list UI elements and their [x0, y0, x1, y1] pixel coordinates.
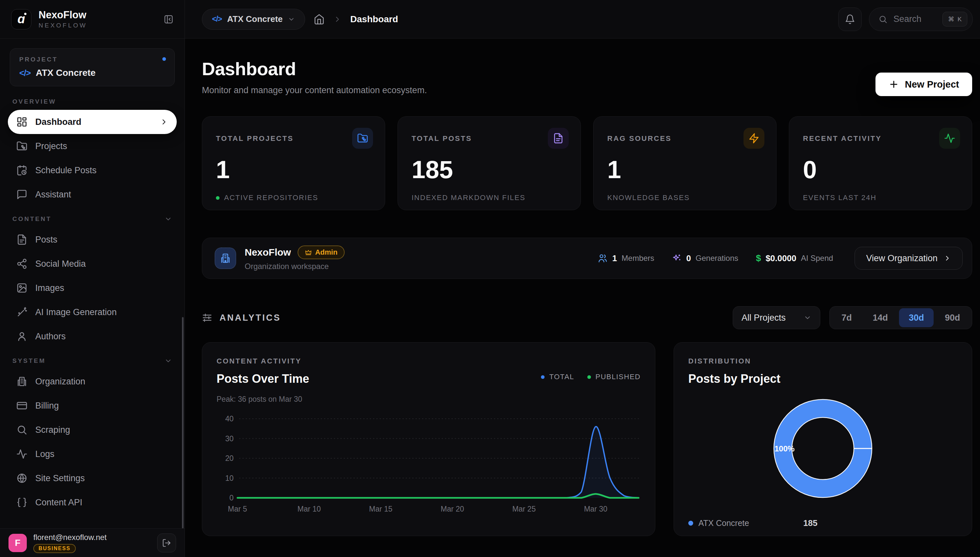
sidebar-item-projects[interactable]: Projects: [8, 134, 177, 158]
stat-card-total-posts: TOTAL POSTS 185 INDEXED MARKDOWN FILES: [398, 116, 581, 210]
sliders-icon: [202, 313, 213, 323]
sidebar-item-dashboard[interactable]: Dashboard: [8, 110, 177, 134]
chevron-right-icon: [160, 118, 168, 126]
breadcrumb-separator-icon: [333, 15, 342, 24]
braces-icon: [16, 497, 28, 508]
chart-legend: TOTAL PUBLISHED: [541, 373, 641, 381]
svg-text:40: 40: [225, 414, 234, 423]
sidebar-nav: OVERVIEW Dashboard Projects Schedule Pos…: [0, 88, 185, 528]
project-filter-select[interactable]: All Projects: [733, 306, 820, 329]
range-14d[interactable]: 14d: [863, 308, 898, 327]
ai-spend-metric: $ $0.0000 AI Spend: [756, 253, 833, 264]
svg-text:Mar 15: Mar 15: [369, 505, 393, 513]
page-title: Dashboard: [202, 58, 972, 80]
project-label: PROJECT: [19, 56, 165, 63]
organization-name: NexoFlow: [245, 247, 291, 258]
view-organization-button[interactable]: View Organization: [855, 247, 963, 270]
section-overview: OVERVIEW: [8, 98, 177, 105]
chevron-down-icon: [164, 357, 172, 365]
search-shortcut: ⌘ K: [943, 12, 967, 26]
donut-legend: ATX Concrete 185: [688, 518, 957, 528]
sidebar-user-footer: F florent@nexoflow.net BUSINESS: [0, 528, 185, 557]
collapse-sidebar-icon[interactable]: [164, 15, 174, 24]
stat-cards: TOTAL PROJECTS 1 ACTIVE REPOSITORIES TOT…: [202, 116, 972, 210]
analytics-title: ANALYTICS: [219, 313, 281, 323]
chevron-right-icon: [943, 254, 951, 262]
file-text-icon: [548, 128, 569, 149]
section-system[interactable]: SYSTEM: [8, 357, 177, 365]
sidebar-header: ɑ NexoFlow NEXOFLOW: [0, 0, 185, 39]
search-input[interactable]: Search ⌘ K: [869, 8, 973, 31]
project-switcher-card[interactable]: PROJECT </> ATX Concrete: [10, 48, 175, 86]
chevron-down-icon: [164, 215, 172, 223]
project-switcher-pill[interactable]: </> ATX Concrete: [202, 9, 305, 30]
chat-bubble-icon: [16, 189, 28, 200]
code-icon: </>: [19, 68, 31, 78]
section-content[interactable]: CONTENT: [8, 215, 177, 223]
range-90d[interactable]: 90d: [935, 308, 970, 327]
range-7d[interactable]: 7d: [832, 308, 862, 327]
notifications-button[interactable]: [838, 8, 862, 31]
legend-dot-total: [541, 375, 545, 379]
sidebar: ɑ NexoFlow NEXOFLOW PROJECT </> ATX Conc…: [0, 0, 185, 557]
sidebar-item-images[interactable]: Images: [8, 276, 177, 300]
organization-subtitle: Organization workspace: [245, 262, 345, 271]
project-name: ATX Concrete: [36, 68, 96, 78]
topbar: </> ATX Concrete Dashboard Search ⌘ K: [185, 0, 980, 39]
sidebar-item-scraping[interactable]: Scraping: [8, 418, 177, 442]
stat-card-recent-activity: RECENT ACTIVITY 0 EVENTS LAST 24H: [789, 116, 972, 210]
donut-legend-value: 185: [803, 518, 817, 528]
plan-badge: BUSINESS: [33, 544, 76, 553]
sidebar-item-posts[interactable]: Posts: [8, 228, 177, 252]
dashboard-grid-icon: [16, 116, 28, 127]
credit-card-icon: [16, 400, 28, 411]
svg-text:Mar 25: Mar 25: [512, 505, 536, 513]
sidebar-item-schedule-posts[interactable]: Schedule Posts: [8, 158, 177, 182]
svg-text:10: 10: [225, 474, 234, 482]
svg-text:20: 20: [225, 454, 234, 463]
brand-name: NexoFlow: [39, 9, 87, 21]
peak-note: Peak: 36 posts on Mar 30: [217, 395, 641, 404]
sidebar-item-billing[interactable]: Billing: [8, 394, 177, 418]
share-icon: [16, 258, 28, 269]
admin-badge: Admin: [298, 246, 345, 259]
posts-over-time-card: CONTENT ACTIVITY TOTAL PUBLISHED Posts O…: [202, 342, 655, 536]
zap-icon: [743, 128, 764, 149]
sparkles-icon: [672, 253, 682, 263]
sidebar-item-assistant[interactable]: Assistant: [8, 182, 177, 207]
dashboard-content: Dashboard Monitor and manage your conten…: [185, 39, 980, 557]
sidebar-item-social-media[interactable]: Social Media: [8, 252, 177, 276]
plus-icon: [889, 79, 899, 90]
svg-text:0: 0: [229, 493, 234, 502]
legend-dot-published: [587, 375, 591, 379]
range-30d[interactable]: 30d: [899, 308, 934, 327]
sidebar-item-logs[interactable]: Logs: [8, 442, 177, 466]
sidebar-scrollbar[interactable]: [182, 317, 183, 528]
chevron-down-icon: [288, 16, 295, 23]
svg-text:Mar 20: Mar 20: [441, 505, 464, 513]
stat-card-total-projects: TOTAL PROJECTS 1 ACTIVE REPOSITORIES: [202, 116, 385, 210]
search-icon: [16, 424, 28, 435]
users-icon: [598, 253, 608, 263]
sidebar-item-organization[interactable]: Organization: [8, 370, 177, 394]
posts-by-project-donut: 100%: [688, 386, 957, 513]
logout-button[interactable]: [157, 533, 176, 552]
svg-text:Mar 5: Mar 5: [228, 505, 247, 513]
analytics-header: ANALYTICS All Projects 7d 14d 30d 90d: [202, 306, 972, 329]
sidebar-item-ai-image-generation[interactable]: AI Image Generation: [8, 300, 177, 324]
activity-icon: [939, 128, 960, 149]
code-icon: </>: [212, 15, 222, 24]
chevron-down-icon: [803, 314, 811, 322]
breadcrumb-current: Dashboard: [350, 14, 398, 24]
new-project-button[interactable]: New Project: [876, 73, 972, 96]
sidebar-item-authors[interactable]: Authors: [8, 324, 177, 349]
sidebar-item-content-api[interactable]: Content API: [8, 490, 177, 515]
sidebar-item-site-settings[interactable]: Site Settings: [8, 466, 177, 490]
activity-icon: [16, 448, 28, 459]
charts-row: CONTENT ACTIVITY TOTAL PUBLISHED Posts O…: [202, 342, 972, 536]
green-status-dot: [216, 196, 219, 200]
members-metric: 1 Members: [598, 253, 654, 264]
image-icon: [16, 282, 28, 293]
calendar-clock-icon: [16, 165, 28, 176]
home-icon[interactable]: [313, 14, 325, 25]
